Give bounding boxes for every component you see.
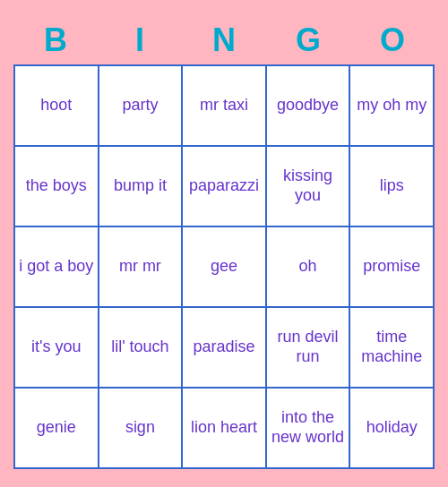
- cell-15: it's you: [15, 308, 99, 389]
- bingo-grid: hootpartymr taxigoodbyemy oh mythe boysb…: [13, 64, 435, 469]
- cell-7: paparazzi: [183, 147, 267, 227]
- cell-6: bump it: [99, 147, 184, 227]
- cell-8: kissing you: [267, 147, 351, 227]
- cell-12: gee: [183, 227, 267, 308]
- cell-24: holiday: [350, 389, 435, 469]
- bingo-header: BINGO: [13, 18, 435, 63]
- cell-9: lips: [350, 147, 435, 227]
- cell-4: my oh my: [350, 66, 435, 147]
- cell-14: promise: [350, 227, 435, 308]
- cell-20: genie: [15, 389, 99, 469]
- header-letter-g: G: [266, 18, 350, 63]
- cell-5: the boys: [15, 147, 99, 227]
- header-letter-b: B: [13, 18, 98, 63]
- cell-17: paradise: [183, 308, 267, 389]
- cell-0: hoot: [15, 66, 99, 147]
- cell-22: lion heart: [183, 389, 267, 469]
- cell-2: mr taxi: [183, 66, 267, 147]
- bingo-card: BINGO hootpartymr taxigoodbyemy oh mythe…: [4, 9, 444, 478]
- cell-23: into the new world: [267, 389, 351, 469]
- cell-3: goodbye: [267, 66, 351, 147]
- cell-10: i got a boy: [15, 227, 99, 308]
- cell-11: mr mr: [99, 227, 184, 308]
- cell-16: lil' touch: [99, 308, 184, 389]
- cell-1: party: [99, 66, 184, 147]
- cell-19: time machine: [350, 308, 435, 389]
- cell-18: run devil run: [267, 308, 351, 389]
- cell-21: sign: [99, 389, 184, 469]
- header-letter-n: N: [182, 18, 266, 63]
- header-letter-o: O: [350, 18, 435, 63]
- header-letter-i: I: [98, 18, 182, 63]
- cell-13: oh: [267, 227, 351, 308]
